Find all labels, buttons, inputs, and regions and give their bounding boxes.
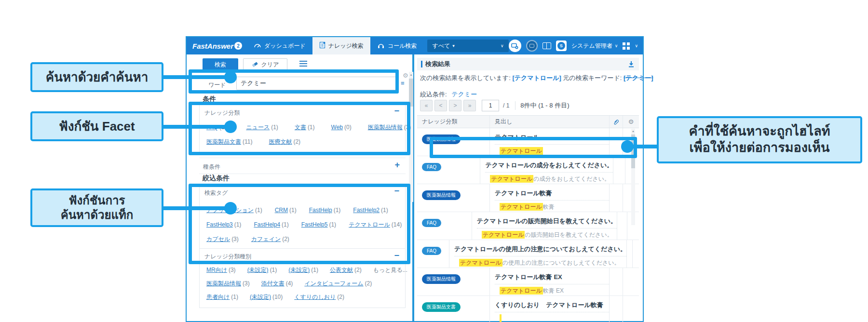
tag-link[interactable]: カフェイン(2) bbox=[251, 235, 289, 243]
facet-title: ナレッジ分類 bbox=[204, 109, 240, 117]
category-badge: 医薬製品文書 bbox=[422, 302, 461, 312]
highlighted-term: テクマトロール bbox=[500, 147, 543, 155]
refine-value: テクミー bbox=[451, 91, 477, 98]
result-title[interactable]: テクマトロール bbox=[495, 133, 609, 142]
scope-selected-value: すべて bbox=[432, 42, 450, 50]
summary-original-term: [テクミー] bbox=[624, 74, 653, 81]
scroll-up-arrow[interactable]: ▲ bbox=[409, 72, 413, 78]
facet-link[interactable]: 医薬製品文書(11) bbox=[206, 138, 252, 146]
type-link[interactable]: 医薬製品情報(3) bbox=[206, 280, 250, 288]
tab-call-search[interactable]: コール検索 bbox=[370, 37, 424, 54]
facet-link[interactable]: Web(0) bbox=[331, 124, 352, 131]
type-link[interactable]: MR向け(3) bbox=[206, 266, 236, 274]
facet-title: ナレッジ分類種別 bbox=[204, 253, 251, 261]
tag-link[interactable]: FastHelp5(1) bbox=[301, 221, 336, 228]
collapse-icon[interactable]: − bbox=[394, 186, 399, 196]
column-header-category[interactable]: ナレッジ分類 bbox=[417, 118, 489, 126]
scope-select[interactable]: すべて ▾ ∨ bbox=[427, 40, 508, 52]
tag-link[interactable]: テクマトロール(14) bbox=[349, 221, 402, 229]
type-link[interactable]: 添付文書(4) bbox=[261, 280, 293, 288]
facet-link[interactable]: ニュース(1) bbox=[246, 123, 278, 132]
annotation-connector-dot bbox=[224, 202, 237, 215]
result-row[interactable]: 医薬製品情報 テクマトロール軟膏 テクマトロール軟膏 bbox=[417, 184, 639, 212]
apps-grid-icon[interactable] bbox=[623, 42, 630, 50]
page-last-button[interactable]: » bbox=[463, 100, 476, 111]
tag-link[interactable]: CRM(1) bbox=[275, 207, 297, 214]
collapse-icon[interactable]: − bbox=[394, 106, 399, 116]
facet-link[interactable]: 文書(1) bbox=[295, 123, 315, 132]
topbar-icons: S システム管理者 ∨ ∨ bbox=[509, 40, 643, 52]
page-number-input[interactable] bbox=[482, 100, 499, 111]
result-snippet: テクマトロール軟膏 EX bbox=[495, 287, 609, 295]
status-circle-icon[interactable] bbox=[526, 40, 538, 52]
collapse-icon[interactable]: − bbox=[394, 251, 399, 261]
results-table-header: ナレッジ分類 見出し ⚙ bbox=[417, 116, 639, 128]
result-row[interactable]: FAQ テクマトロールの成分をおしえてください。 テクマトロールの成分をおしえて… bbox=[417, 156, 639, 184]
page-first-button[interactable]: « bbox=[420, 100, 433, 111]
highlighted-term: テクマトロール bbox=[500, 203, 543, 211]
split-view-icon[interactable] bbox=[542, 42, 551, 49]
chevron-down-icon: ∨ bbox=[501, 43, 504, 48]
refine-label: 絞込条件: bbox=[420, 91, 447, 98]
user-menu[interactable]: システム管理者 ∨ bbox=[571, 42, 618, 50]
result-row[interactable]: FAQ テクマトロールの使用上の注意についておしえてください。 テクマトロールの… bbox=[417, 240, 639, 268]
type-link[interactable]: (未設定)(1) bbox=[288, 266, 318, 274]
list-view-icon[interactable] bbox=[299, 61, 307, 68]
callout-search-term: ค้นหาด้วยคำค้นหา bbox=[30, 62, 163, 92]
tag-link[interactable]: FastHelp3(1) bbox=[206, 221, 241, 228]
page-total-label: / 1 bbox=[503, 102, 509, 109]
tag-link[interactable]: FastHelp4(1) bbox=[254, 221, 288, 228]
tag-link[interactable]: FastHelp2(1) bbox=[353, 207, 388, 214]
user-avatar[interactable]: S bbox=[556, 40, 567, 51]
result-row[interactable]: 医薬製品情報 テクマトロール テクマトロール bbox=[417, 128, 639, 156]
scrollbar-thumb[interactable] bbox=[409, 79, 413, 107]
result-row[interactable]: FAQ テクマトロールの販売開始日を教えてください。 テクマトロールの販売開始日… bbox=[417, 212, 639, 240]
show-more-link[interactable]: もっと見る... bbox=[373, 266, 407, 274]
tag-link[interactable]: FastHelp(1) bbox=[309, 207, 341, 214]
page-next-button[interactable]: > bbox=[449, 100, 461, 111]
result-title[interactable]: くすりのしおり テクマトロール軟膏 bbox=[495, 301, 609, 309]
table-settings-gear-icon[interactable]: ⚙ bbox=[623, 116, 639, 128]
type-link[interactable]: 公表文献(2) bbox=[330, 266, 362, 274]
result-title[interactable]: テクマトロール軟膏 EX bbox=[495, 273, 609, 282]
quick-create-icon[interactable] bbox=[509, 40, 521, 52]
annotation-connector-dot bbox=[224, 121, 237, 133]
type-link[interactable]: 患者向け(1) bbox=[206, 293, 238, 301]
type-link[interactable]: くすりのしおり(2) bbox=[294, 293, 344, 301]
result-row[interactable]: 医薬製品情報 テクマトロール軟膏 EX テクマトロール軟膏 EX bbox=[417, 268, 639, 296]
drag-handle-icon[interactable]: ≡ bbox=[401, 80, 405, 87]
result-title[interactable]: テクマトロールの成分をおしえてください。 bbox=[485, 161, 613, 170]
page-prev-button[interactable]: < bbox=[434, 100, 447, 111]
expand-icon[interactable]: + bbox=[394, 160, 400, 170]
annotation-connector-dot bbox=[621, 140, 634, 153]
type-link[interactable]: (未設定)(10) bbox=[250, 293, 283, 301]
tab-dashboard-label: ダッシュボード bbox=[264, 42, 306, 50]
tag-link[interactable]: カプセル(3) bbox=[206, 235, 239, 243]
facet-link[interactable]: 医薬製品情報(3) bbox=[368, 123, 411, 132]
result-title[interactable]: テクマトロール軟膏 bbox=[495, 189, 609, 198]
type-link[interactable]: インタビューフォーム(2) bbox=[304, 280, 372, 288]
download-icon[interactable] bbox=[627, 60, 635, 68]
user-name-label: システム管理者 bbox=[571, 42, 612, 50]
type-link[interactable]: (未設定)(1) bbox=[247, 266, 277, 274]
facet-link[interactable]: 医療文献(2) bbox=[269, 138, 300, 146]
tab-dashboard[interactable]: ダッシュボード bbox=[247, 37, 312, 54]
screenshot-canvas: FastAnswer 2 ダッシュボード ナレッジ検索 コール検索 bbox=[0, 0, 868, 322]
left-panel-scrollbar[interactable]: ▲ bbox=[409, 72, 413, 202]
column-header-title[interactable]: 見出し bbox=[489, 116, 609, 128]
scrollbar-thumb[interactable] bbox=[631, 134, 635, 168]
annotation-connector-line bbox=[163, 75, 227, 79]
result-snippet bbox=[495, 315, 609, 322]
result-title[interactable]: テクマトロールの使用上の注意についておしえてください。 bbox=[454, 245, 626, 254]
result-title[interactable]: テクマトロールの販売開始日を教えてください。 bbox=[477, 217, 617, 226]
search-button[interactable]: 検索 bbox=[203, 58, 238, 71]
tab-knowledge-search[interactable]: ナレッジ検索 bbox=[312, 37, 370, 54]
eraser-icon bbox=[252, 61, 258, 68]
word-search-input[interactable] bbox=[236, 77, 396, 90]
pagination: « < > » / 1 8件中 (1 - 8 件目) bbox=[420, 100, 569, 111]
panel-settings-gear-icon[interactable]: ⚙ bbox=[403, 72, 408, 79]
clear-button[interactable]: クリア bbox=[243, 58, 287, 71]
result-row[interactable]: 医薬製品文書 くすりのしおり テクマトロール軟膏 bbox=[417, 296, 639, 322]
top-navigation-bar: FastAnswer 2 ダッシュボード ナレッジ検索 コール検索 bbox=[187, 37, 643, 54]
scroll-up-arrow[interactable]: ▲ bbox=[631, 129, 635, 134]
